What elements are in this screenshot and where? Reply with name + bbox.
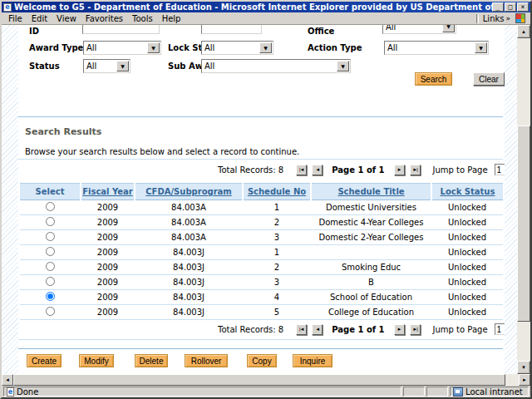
zone-text: Local intranet: [466, 387, 523, 397]
results-table: Select Fiscal Year CFDA/Subprogram Sched…: [20, 183, 503, 320]
first-page-button[interactable]: |◄: [296, 324, 307, 335]
header-row: Select Fiscal Year CFDA/Subprogram Sched…: [20, 184, 503, 200]
schedule-title-cell: [311, 245, 431, 260]
table-row: 2009 84.003A 3 Domestic 2-Year Colleges …: [20, 230, 503, 245]
close-button[interactable]: ×: [517, 2, 529, 12]
status-select[interactable]: All▼: [83, 59, 131, 73]
col-header-fiscal-year[interactable]: Fiscal Year: [81, 184, 135, 200]
row-select-radio[interactable]: [46, 262, 55, 271]
row-select-radio[interactable]: [46, 232, 55, 241]
row-select-radio[interactable]: [46, 292, 55, 301]
section-divider: [18, 116, 503, 117]
ie-document-icon: e: [7, 387, 14, 397]
col-header-schedule-no[interactable]: Schedule No: [243, 184, 311, 200]
status-panel: e Done: [3, 387, 401, 397]
col-header-select: Select: [20, 184, 81, 200]
delete-button[interactable]: Delete: [135, 354, 168, 367]
sub-award-type-select[interactable]: All▼: [201, 59, 351, 73]
scroll-up-icon[interactable]: ▲: [517, 25, 530, 38]
table-row: 2009 84.003A 2 Domestic 4-Year Colleges …: [20, 215, 503, 230]
dropdown-arrow-icon[interactable]: ▼: [475, 42, 487, 53]
lock-status-cell: Unlocked: [431, 230, 503, 245]
schedule-title-cell: School of Education: [311, 290, 431, 305]
rollover-button[interactable]: Rollover: [185, 354, 228, 367]
inquire-button[interactable]: Inquire: [293, 354, 332, 367]
office-select[interactable]: All▼: [382, 25, 456, 34]
dropdown-arrow-icon[interactable]: ▼: [337, 61, 349, 71]
dropdown-arrow-icon[interactable]: ▼: [147, 42, 160, 53]
action-type-select[interactable]: All▼: [384, 41, 489, 55]
schedule-no-cell: 2: [243, 260, 311, 275]
fiscal-year-cell: 2009: [81, 215, 135, 230]
last-page-button[interactable]: ►|: [410, 165, 421, 175]
scroll-down-icon[interactable]: ▼: [517, 361, 530, 374]
row-select-radio[interactable]: [46, 247, 55, 256]
copy-button[interactable]: Copy: [247, 354, 277, 367]
vertical-scroll-thumb[interactable]: [517, 126, 530, 322]
prev-page-button[interactable]: ◄: [312, 165, 323, 175]
col-header-cfda-subprogram[interactable]: CFDA/Subprogram: [135, 184, 243, 200]
next-page-button[interactable]: ►: [394, 324, 405, 335]
dropdown-arrow-icon[interactable]: ▼: [442, 25, 455, 32]
search-button[interactable]: Search: [415, 72, 452, 86]
jump-to-page-input[interactable]: [495, 323, 505, 335]
fiscal-year-cell: 2009: [81, 275, 135, 290]
id-label: ID: [29, 27, 39, 36]
schedule-title-cell: Domestic 4-Year Colleges: [311, 215, 431, 230]
menu-file[interactable]: File: [8, 14, 22, 23]
award-type-select[interactable]: All▼: [83, 41, 161, 55]
row-select-radio[interactable]: [46, 217, 55, 226]
scroll-right-icon[interactable]: ►: [519, 374, 530, 386]
col-header-lock-status[interactable]: Lock Status: [431, 184, 503, 200]
table-row: 2009 84.003J 2 Smoking Educ Unlocked: [20, 260, 503, 275]
modify-button[interactable]: Modify: [79, 354, 114, 367]
menu-help[interactable]: Help: [162, 14, 181, 23]
schedule-title-cell: Domestic 2-Year Colleges: [311, 230, 431, 245]
create-button[interactable]: Create: [27, 354, 62, 367]
horizontal-scrollbar[interactable]: ◄ ►: [2, 374, 530, 386]
menu-edit[interactable]: Edit: [32, 14, 47, 23]
prev-page-button[interactable]: ◄: [312, 324, 323, 335]
dropdown-arrow-icon[interactable]: ▼: [116, 61, 129, 71]
schedule-no-cell: 5: [243, 305, 311, 320]
results-instructions: Browse your search results below and sel…: [25, 147, 299, 156]
horizontal-scroll-thumb[interactable]: [13, 374, 505, 386]
row-select-radio[interactable]: [46, 307, 55, 316]
menu-tools[interactable]: Tools: [132, 14, 153, 23]
col-header-schedule-title[interactable]: Schedule Title: [311, 184, 431, 200]
row-select-radio[interactable]: [46, 277, 55, 286]
chevron-icon[interactable]: »: [505, 14, 510, 22]
id-input[interactable]: [82, 25, 160, 34]
last-page-button[interactable]: ►|: [410, 324, 421, 335]
table-row: 2009 84.003J 1 Unlocked: [20, 245, 503, 260]
menu-favorites[interactable]: Favorites: [86, 14, 123, 23]
fiscal-year-cell: 2009: [81, 290, 135, 305]
jump-to-page-label: Jump to Page: [433, 165, 488, 175]
clear-button[interactable]: Clear: [473, 72, 505, 86]
cfda-cell: 84.003J: [135, 290, 243, 305]
fiscal-year-cell: 2009: [81, 200, 135, 215]
status-text: Done: [17, 387, 38, 397]
lock-status-select[interactable]: All▼: [201, 41, 273, 55]
schedule-title-cell: Smoking Educ: [311, 260, 431, 275]
row-select-radio[interactable]: [46, 202, 55, 211]
menu-view[interactable]: View: [57, 14, 76, 23]
next-page-button[interactable]: ►: [394, 165, 405, 175]
links-toolbar[interactable]: Links: [483, 14, 505, 23]
cfda-cell: 84.003J: [135, 305, 243, 320]
action-type-label: Action Type: [308, 43, 362, 52]
scroll-left-icon[interactable]: ◄: [2, 374, 13, 386]
vertical-scrollbar[interactable]: ▲ ▼: [517, 25, 530, 374]
menu-bar: File Edit View Favorites Tools Help Link…: [2, 12, 530, 25]
minimize-button[interactable]: _: [492, 2, 504, 12]
jump-to-page-input[interactable]: [495, 164, 505, 175]
secondary-input[interactable]: [201, 25, 262, 34]
ie-page-icon: e: [3, 3, 12, 12]
dropdown-arrow-icon[interactable]: ▼: [259, 42, 272, 53]
schedule-no-cell: 3: [243, 230, 311, 245]
lock-status-cell: Unlocked: [431, 290, 503, 305]
office-label: Office: [308, 27, 334, 36]
restore-button[interactable]: □: [505, 2, 516, 12]
first-page-button[interactable]: |◄: [296, 165, 307, 175]
left-margin-stripe: [2, 25, 18, 374]
